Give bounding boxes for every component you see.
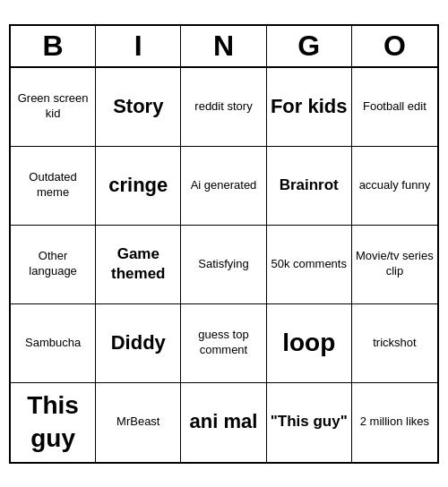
header-letter: B (11, 26, 96, 66)
bingo-cell: Game themed (96, 226, 181, 304)
bingo-cell: Outdated meme (11, 147, 96, 226)
bingo-cell: loop (267, 304, 352, 383)
bingo-cell: 50k comments (267, 226, 352, 304)
bingo-cell: Diddy (96, 304, 181, 383)
bingo-header: BINGO (11, 26, 437, 68)
bingo-cell: 2 million likes (352, 383, 437, 462)
bingo-cell: MrBeast (96, 383, 181, 462)
header-letter: I (96, 26, 181, 66)
bingo-cell: cringe (96, 147, 181, 226)
bingo-cell: For kids (267, 68, 352, 147)
bingo-cell: Story (96, 68, 181, 147)
bingo-card: BINGO Green screen kidStoryreddit storyF… (9, 24, 439, 464)
header-letter: O (352, 26, 437, 66)
header-letter: G (267, 26, 352, 66)
bingo-cell: Sambucha (11, 304, 96, 383)
bingo-cell: This guy (11, 383, 96, 462)
bingo-cell: reddit story (181, 68, 266, 147)
bingo-cell: Satisfying (181, 226, 266, 304)
bingo-cell: Movie/tv series clip (352, 226, 437, 304)
bingo-grid: Green screen kidStoryreddit storyFor kid… (11, 68, 437, 462)
bingo-cell: Other language (11, 226, 96, 304)
header-letter: N (181, 26, 266, 66)
bingo-cell: Football edit (352, 68, 437, 147)
bingo-cell: Brainrot (267, 147, 352, 226)
bingo-cell: Ai generated (181, 147, 266, 226)
bingo-cell: accualy funny (352, 147, 437, 226)
bingo-cell: guess top comment (181, 304, 266, 383)
bingo-cell: Green screen kid (11, 68, 96, 147)
bingo-cell: trickshot (352, 304, 437, 383)
bingo-cell: "This guy" (267, 383, 352, 462)
bingo-cell: ani mal (181, 383, 266, 462)
